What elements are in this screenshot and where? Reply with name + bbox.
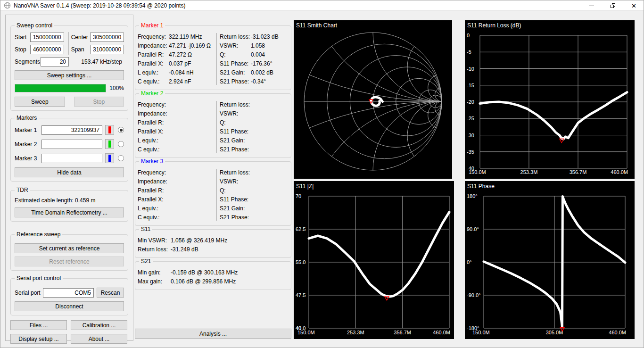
field-label: S21 Gain: — [220, 205, 251, 212]
field-value: 1.056 @ 326.419 MHz — [171, 237, 227, 244]
field-value: 0.004 — [251, 51, 265, 58]
marker-box-columns: Frequency:Impedance:Parallel R:Parallel … — [138, 168, 289, 222]
marker-label: Marker 3 — [15, 155, 41, 162]
field-label: Q: — [220, 119, 251, 126]
group-title: Reference sweep — [15, 231, 62, 238]
svg-text:305.0M: 305.0M — [546, 330, 563, 335]
svg-text:150.0M: 150.0M — [472, 330, 490, 335]
marker-color-button[interactable] — [105, 125, 114, 135]
group-title: Sweep control — [15, 22, 54, 29]
marker-row: Marker 2 — [15, 139, 124, 149]
s11-smith-chart[interactable]: S11 Smith Chart — [294, 20, 452, 179]
field-label: S11 Phase: — [220, 196, 251, 203]
data-field-row: Return loss:-31.023 dB — [220, 32, 291, 41]
marker-data-column: Marker 1Frequency:322.119 MHzImpedance:4… — [135, 25, 291, 293]
marker-frequency-input[interactable] — [41, 154, 102, 163]
analysis-button[interactable]: Analysis ... — [135, 329, 291, 339]
group-title: TDR — [15, 187, 30, 193]
right-column: Return loss:VSWR:Q:S11 Phase:S21 Gain:S2… — [216, 168, 291, 222]
field-label: VSWR: — [220, 178, 251, 185]
serial-port-input[interactable] — [43, 288, 94, 298]
svg-text:253.3M: 253.3M — [347, 330, 364, 335]
progress-fill — [15, 84, 106, 92]
svg-text:460.0M: 460.0M — [433, 330, 450, 335]
svg-text:460.0M: 460.0M — [611, 169, 628, 175]
marker-frequency-input[interactable] — [41, 125, 102, 135]
close-button[interactable]: ✕ — [623, 0, 644, 11]
left-column: Frequency:Impedance:Parallel R:Parallel … — [138, 100, 216, 154]
field-value: 2.924 nF — [169, 78, 191, 85]
data-field-row: Frequency:322.119 MHz — [138, 32, 216, 41]
field-label: L equiv.: — [138, 205, 169, 212]
ph-chart-svg: 180°90.0°0°-90.0°-180°150.0M305.0M460.0M… — [465, 181, 635, 339]
reference-sweep-group: Reference sweep Set current as reference… — [10, 234, 128, 271]
marker-color-swatch — [108, 155, 111, 162]
field-value: 322.119 MHz — [169, 33, 202, 40]
marker-frequency-input[interactable] — [41, 140, 102, 149]
marker-color-button[interactable] — [105, 139, 114, 149]
reset-reference-button[interactable]: Reset reference — [15, 257, 124, 266]
app-window: { "window": { "title": "NanoVNA Saver 0.… — [0, 0, 644, 348]
left-column: Frequency:Impedance:Parallel R:Parallel … — [138, 168, 216, 222]
svg-text:S11 |Z|: S11 |Z| — [296, 183, 314, 190]
sweep-settings-button[interactable]: Sweep settings ... — [15, 70, 124, 80]
field-value: -0.084 nH — [169, 69, 194, 76]
center-input[interactable] — [90, 33, 124, 42]
field-label: Parallel R: — [138, 187, 169, 194]
rescan-button[interactable]: Rescan — [97, 288, 124, 298]
field-value: 47.272 Ω — [169, 51, 192, 58]
field-value: -31.249 dB — [171, 246, 198, 253]
start-input[interactable] — [30, 33, 64, 42]
group-title: Markers — [15, 115, 39, 121]
field-label: Frequency: — [138, 169, 169, 176]
sweep-button[interactable]: Sweep — [15, 97, 65, 107]
minimize-icon — [589, 6, 594, 6]
files-button[interactable]: Files ... — [10, 320, 67, 330]
marker-color-button[interactable] — [105, 153, 114, 163]
field-value: -0.34° — [251, 78, 266, 85]
calibration-button[interactable]: Calibration ... — [71, 320, 127, 330]
about-button[interactable]: About ... — [71, 334, 127, 344]
stop-button[interactable]: Stop — [74, 97, 124, 107]
data-field-row: S21 Phase:-0.34° — [220, 77, 291, 86]
field-label: S21 Gain: — [220, 137, 251, 144]
group-title: Serial port control — [15, 275, 63, 282]
svg-text:150.0M: 150.0M — [469, 169, 486, 175]
svg-text:150.0M: 150.0M — [297, 330, 315, 335]
svg-text:S11 Return Loss (dB): S11 Return Loss (dB) — [467, 22, 521, 29]
span-input[interactable] — [90, 45, 124, 54]
disconnect-button[interactable]: Disconnect — [15, 301, 124, 311]
stop-input[interactable] — [30, 45, 64, 54]
right-column: Return loss:-31.023 dBVSWR:1.058Q:0.004S… — [216, 32, 291, 86]
data-field-row: VSWR:1.058 — [220, 41, 291, 50]
s11-return-loss-chart[interactable]: 0-5-10-15-20-25-30-35-40150.0M253.3M356.… — [465, 20, 635, 179]
field-label: Impedance: — [138, 42, 169, 49]
stop-label: Stop — [15, 46, 30, 53]
field-label: Max gain: — [138, 278, 171, 285]
svg-text:-25: -25 — [467, 116, 474, 121]
data-field-row: S21 Gain: — [220, 204, 291, 213]
marker-select-radio[interactable] — [118, 127, 124, 133]
field-label: Parallel X: — [138, 60, 169, 67]
display-setup-button[interactable]: Display setup ... — [10, 334, 67, 344]
set-reference-button[interactable]: Set current as reference — [15, 243, 124, 253]
hide-data-button[interactable]: Hide data — [15, 167, 124, 177]
data-field-row: Impedance: — [138, 177, 216, 186]
minimize-button[interactable] — [581, 0, 602, 11]
data-field-row: Return loss: — [220, 100, 291, 109]
s11-impedance-chart[interactable]: 7062.555.047.540.040150.0M253.3M356.7M46… — [294, 181, 454, 339]
result-box-title: S11 — [139, 226, 152, 232]
marker-detail-box: Marker 3Frequency:Impedance:Parallel R:P… — [135, 161, 291, 226]
tdr-button[interactable]: Time Domain Reflectometry ... — [15, 207, 124, 217]
marker-select-radio[interactable] — [118, 141, 124, 147]
marker-select-radio[interactable] — [118, 155, 124, 161]
field-label: L equiv.: — [138, 137, 169, 144]
cable-length-value: 0.459 m — [75, 197, 95, 204]
data-field-row: Q: — [220, 118, 291, 127]
segments-input[interactable] — [41, 57, 69, 66]
control-panel: Sweep control Start Center Stop Span Seg… — [5, 15, 133, 341]
field-value: 0.002 dB — [251, 69, 273, 76]
s11-phase-chart[interactable]: 180°90.0°0°-90.0°-180°150.0M305.0M460.0M… — [465, 181, 635, 339]
svg-text:-10: -10 — [467, 66, 474, 72]
restore-button[interactable] — [602, 0, 623, 11]
